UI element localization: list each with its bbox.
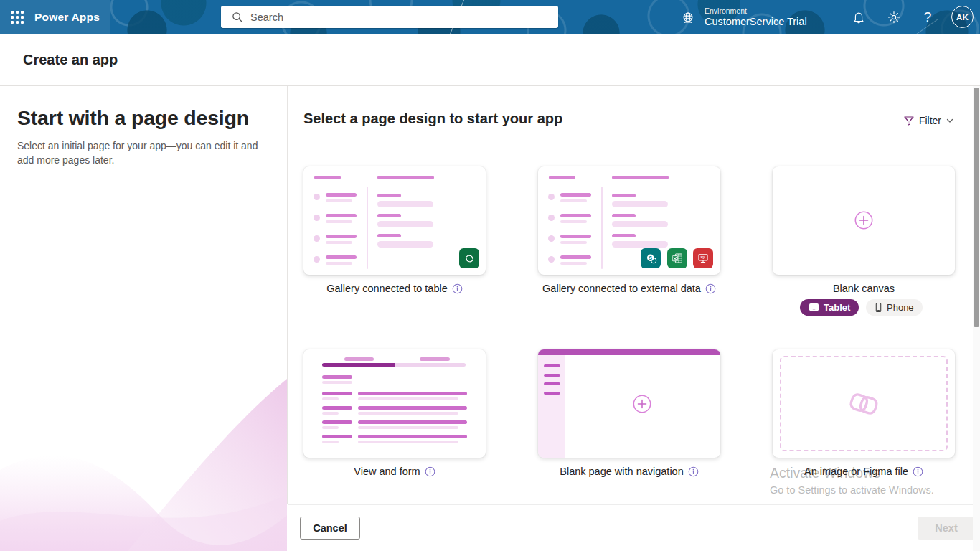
phone-icon [875,302,882,313]
skeleton-bar [322,397,339,400]
card-label-blank-canvas: Blank canvas [773,283,955,294]
skeleton-bar [326,199,352,202]
skeleton-bar [358,406,467,410]
scrollbar-thumb[interactable] [974,88,979,327]
filter-button[interactable]: Filter [903,115,954,126]
skeleton-bar [377,194,401,197]
help-button[interactable]: ? [913,0,943,34]
skeleton-bar [358,412,458,415]
skeleton-bar [377,221,433,227]
skeleton-bar [326,262,352,265]
card-label-gallery-external: Gallery connected to external data [538,283,720,294]
skeleton-bar [544,364,560,367]
info-icon[interactable] [705,283,716,294]
avatar[interactable]: AK [951,6,974,28]
skeleton-bar [322,412,339,415]
avatar-initials: AK [956,13,969,22]
decorative-waves [0,86,287,551]
card-image-or-figma-file[interactable] [773,349,955,458]
skeleton-bar [322,420,352,424]
skeleton-bar [358,435,467,438]
page-header: Create an app [0,34,980,85]
environment-icon [680,9,696,25]
skeleton-sidebar [538,355,565,458]
skeleton-circle [314,256,320,263]
info-icon[interactable] [913,466,923,477]
skeleton-bar [322,435,352,438]
svg-text:SQL: SQL [700,256,705,259]
skeleton-bar [612,221,668,227]
skeleton-bar [612,241,668,248]
environment-picker[interactable]: Environment CustomerService Trial [680,0,807,34]
card-blank-canvas[interactable] [773,166,955,275]
skeleton-circle [314,235,320,242]
card-blank-page-with-navigation[interactable] [538,349,720,458]
skeleton-bar [612,201,668,207]
plus-icon [633,395,651,413]
skeleton-bar [344,357,374,361]
form-factor-tablet-button[interactable]: Tablet [800,299,859,316]
search-box[interactable] [221,6,558,28]
left-panel: Start with a page design Select an initi… [0,86,287,551]
skeleton-circle [548,215,555,221]
power-apps-create-app-page: Power Apps Environment CustomerService T… [0,0,980,551]
gear-icon [887,10,901,24]
main-area: Select a page design to start your app F… [288,86,980,504]
skeleton-bar [560,214,591,217]
info-icon[interactable] [425,466,435,477]
skeleton-bar [612,234,636,237]
form-factor-phone-button[interactable]: Phone [866,299,923,316]
skeleton-bar [377,234,401,237]
settings-button[interactable] [879,0,909,34]
activate-windows-watermark-sub: Go to Settings to activate Windows. [770,484,934,496]
skeleton-bar [420,357,450,361]
card-gallery-connected-to-external-data[interactable]: S SQL [538,166,720,275]
skeleton-bar [377,176,434,179]
skeleton-circle [548,235,555,242]
skeleton-bar [560,255,591,259]
environment-name: CustomerService Trial [705,16,807,28]
dashed-drop-area [780,356,948,451]
skeleton-bar [612,194,636,197]
footer-bar: Cancel Next [288,504,980,551]
skeleton-circle [314,215,320,221]
page-title: Create an app [23,34,118,85]
skeleton-bar [549,176,575,179]
info-icon[interactable] [452,283,463,294]
skeleton-bar [560,262,587,265]
cancel-button[interactable]: Cancel [300,517,360,540]
notifications-button[interactable] [844,0,874,34]
chevron-down-icon [946,116,954,125]
skeleton-bar [322,381,352,384]
app-name[interactable]: Power Apps [34,0,100,34]
skeleton-bar [612,214,636,217]
skeleton-bar [544,382,560,385]
skeleton-bar [377,214,401,217]
skeleton-bar [377,241,433,248]
excel-badge [667,248,687,268]
skeleton-bar [326,235,357,238]
skeleton-topbar [538,349,720,355]
skeleton-bar [358,441,458,443]
app-launcher-button[interactable] [0,0,34,34]
card-view-and-form[interactable] [303,349,486,458]
card-label-gallery-table: Gallery connected to table [303,283,486,294]
search-icon [231,11,243,23]
sql-badge: SQL [693,248,713,268]
svg-text:S: S [649,255,652,260]
bell-icon [852,10,866,24]
search-input[interactable] [249,11,552,24]
skeleton-bar [358,420,467,424]
skeleton-bar [612,176,669,179]
skeleton-bar [326,220,352,223]
skeleton-divider [601,187,603,269]
dataverse-icon [463,253,476,265]
card-label-view-and-form: View and form [303,466,486,477]
skeleton-bar [326,214,357,217]
card-gallery-connected-to-table[interactable] [303,166,486,275]
skeleton-bar [322,375,352,379]
skeleton-circle [548,256,555,263]
waffle-icon [11,11,24,24]
skeleton-bar [322,363,466,367]
info-icon[interactable] [688,466,699,477]
